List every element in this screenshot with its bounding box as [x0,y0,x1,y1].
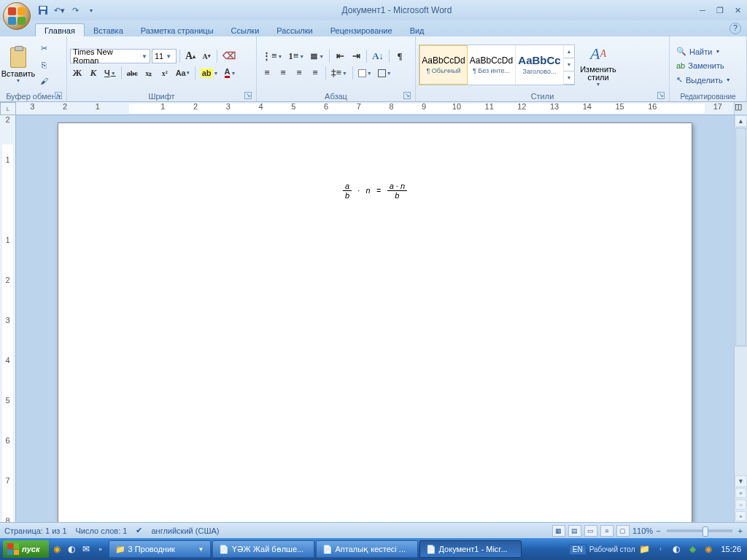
restore-button[interactable]: ❐ [713,6,727,15]
taskbar-task[interactable]: 📄Документ1 - Micr... [419,540,522,558]
scroll-thumb[interactable] [735,128,746,346]
start-button[interactable]: пуск [3,540,49,558]
highlight-button[interactable]: ab▼ [198,66,221,80]
save-icon[interactable] [36,4,50,17]
equation[interactable]: ab ∙ n = a ∙ nb [124,182,626,200]
font-size-combo[interactable]: 11▼ [152,49,177,63]
align-right-button[interactable]: ≡ [292,66,306,80]
line-spacing-button[interactable]: ‡≡▼ [329,66,349,80]
ruler-toggle-icon[interactable]: ◫ [735,102,747,115]
justify-button[interactable]: ≡ [308,66,322,80]
scroll-down-icon[interactable]: ▼ [735,475,747,487]
close-button[interactable]: ✕ [731,6,744,15]
quicklaunch-mail-icon[interactable]: ✉ [80,542,93,556]
find-button[interactable]: 🔍Найти▼ [673,44,735,58]
status-word-count[interactable]: Число слов: 1 [76,526,128,535]
gallery-up-icon[interactable]: ▴ [564,45,574,58]
tab-page-layout[interactable]: Разметка страницы [132,24,222,36]
copy-icon[interactable]: ⎘ [36,58,52,72]
paste-button[interactable]: Вставить ▼ [3,41,34,89]
taskbar-task[interactable]: 📄Апталық кестесі ... [316,540,418,558]
zoom-level[interactable]: 110% [632,526,653,535]
view-full-reading[interactable]: ▤ [568,525,581,537]
status-page[interactable]: Страница: 1 из 1 [4,526,67,535]
qat-customize-icon[interactable]: ▾ [85,4,98,17]
spellcheck-icon[interactable]: ✔ [136,526,142,535]
styles-dialog-launcher[interactable]: ↘ [657,92,665,99]
next-page-icon[interactable]: » [735,511,746,521]
tray-folder-icon[interactable]: 📁 [638,542,651,556]
quicklaunch-chrome-icon[interactable]: ◐ [65,542,78,556]
show-marks-button[interactable]: ¶ [392,49,407,63]
redo-icon[interactable]: ↷ [69,4,82,17]
tray-network-icon[interactable]: ◐ [670,542,683,556]
change-case-button[interactable]: Aa▾ [174,66,192,80]
zoom-out-button[interactable]: − [656,526,660,535]
taskbar-task[interactable]: 📄ҮӘЖ Жай бөлше... [212,540,314,558]
view-draft[interactable]: ▢ [616,525,630,537]
bullets-button[interactable]: ⋮≡▼ [260,49,285,63]
zoom-in-button[interactable]: + [738,526,743,535]
italic-button[interactable]: К [86,66,101,80]
tab-selector[interactable]: L [0,102,16,115]
horizontal-ruler[interactable]: 3211234567891011121314151617 [16,102,734,115]
view-outline[interactable]: ≡ [600,525,614,537]
view-print-layout[interactable]: ▦ [552,525,565,537]
replace-button[interactable]: abЗаменить [673,59,735,72]
undo-icon[interactable]: ↶▾ [53,4,66,17]
superscript-button[interactable]: x² [158,66,172,80]
align-center-button[interactable]: ≡ [276,66,290,80]
font-color-button[interactable]: A▼ [222,66,239,80]
style-normal[interactable]: AaBbCcDd¶ Обычный [419,45,468,85]
clock[interactable]: 15:26 [718,545,744,553]
style-gallery[interactable]: AaBbCcDd¶ Обычный AaBbCcDd¶ Без инте... … [419,44,575,85]
tab-mailings[interactable]: Рассылки [268,24,321,36]
tray-volume-icon[interactable]: ◆ [686,542,699,556]
language-indicator[interactable]: EN [569,544,587,555]
numbering-button[interactable]: 1≡▼ [286,49,306,63]
style-no-spacing[interactable]: AaBbCcDd¶ Без инте... [468,45,516,85]
format-painter-icon[interactable]: 🖌 [36,74,52,88]
shrink-font-button[interactable]: A▾ [199,49,214,63]
paragraph-dialog-launcher[interactable]: ↘ [403,92,411,99]
tab-home[interactable]: Главная [35,23,85,36]
vertical-ruler[interactable]: 2112345678 [0,115,16,522]
indent-button[interactable]: ⇥ [349,49,363,63]
clear-format-button[interactable]: ⌫ [220,49,238,63]
page-viewport[interactable]: ab ∙ n = a ∙ nb [16,115,734,522]
zoom-slider[interactable] [667,529,732,532]
clipboard-dialog-launcher[interactable]: ↘ [55,92,62,99]
style-heading1[interactable]: AaBbCcЗаголово... [516,45,564,85]
vertical-scrollbar[interactable]: ◫ ▲ ▼ « ○ » [734,102,747,522]
prev-page-icon[interactable]: « [735,488,746,498]
bold-button[interactable]: Ж [70,66,85,80]
tab-review[interactable]: Рецензирование [322,24,401,36]
cut-icon[interactable]: ✂ [36,42,52,56]
taskbar-task[interactable]: 📁3 Проводник▼ [109,540,211,558]
view-web[interactable]: ▭ [584,525,597,537]
document-page[interactable]: ab ∙ n = a ∙ nb [58,122,692,522]
outdent-button[interactable]: ⇤ [333,49,347,63]
multilevel-button[interactable]: ≣▼ [308,49,326,63]
borders-button[interactable]: ▼ [376,66,394,80]
sort-button[interactable]: A↓ [370,49,386,63]
help-icon[interactable]: ? [729,23,741,34]
gallery-down-icon[interactable]: ▾ [564,58,574,71]
gallery-more-icon[interactable]: ▾ [564,71,574,85]
browse-object-icon[interactable]: ○ [735,499,746,510]
font-dialog-launcher[interactable]: ↘ [244,92,252,99]
tab-references[interactable]: Ссылки [222,24,268,36]
quicklaunch-amigo-icon[interactable]: ◉ [50,542,63,556]
office-button[interactable] [3,2,31,30]
scroll-up-icon[interactable]: ▲ [735,115,747,127]
tab-insert[interactable]: Вставка [85,24,132,36]
font-name-combo[interactable]: Times New Roman▼ [70,49,150,63]
shading-button[interactable]: ▼ [356,66,374,80]
minimize-button[interactable]: ─ [696,6,709,15]
subscript-button[interactable]: x₂ [142,66,156,80]
status-language[interactable]: английский (США) [151,526,219,535]
select-button[interactable]: ↖Выделить▼ [673,73,735,87]
grow-font-button[interactable]: A▴ [183,49,198,63]
tray-more-icon[interactable]: ‹ [654,542,667,556]
show-desktop-label[interactable]: Рабочий стол [589,545,635,553]
